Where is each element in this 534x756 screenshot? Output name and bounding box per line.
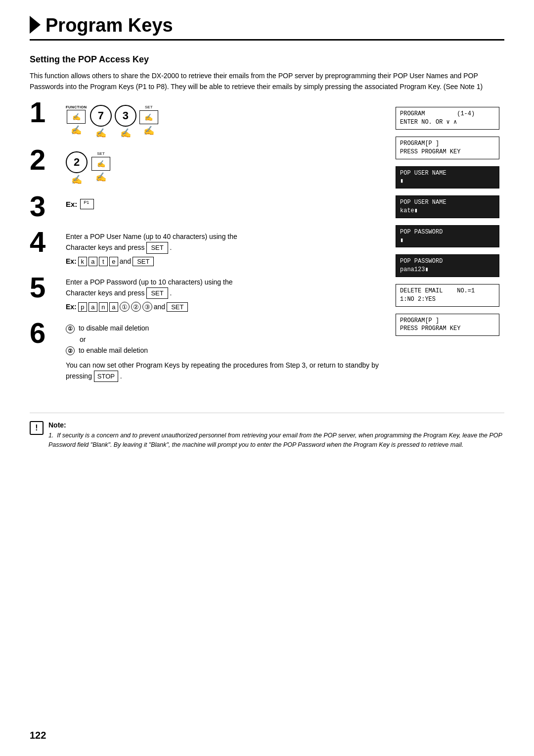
char-1c: ① xyxy=(120,302,130,312)
step-5-text: Enter a POP Password (up to 10 character… xyxy=(66,277,381,299)
ex-label-3: Ex: xyxy=(66,200,77,208)
lcd-7: DELETE EMAIL NO.=1 1:NO 2:YES xyxy=(396,284,499,307)
set-rect-1: ✍ xyxy=(139,110,158,124)
note-title: Note: xyxy=(48,421,504,429)
lcd-8-line2: PRESS PROGRAM KEY xyxy=(400,325,495,333)
option1-text: to disable mail deletion xyxy=(79,324,149,332)
step-3-ex: Ex: P1 xyxy=(66,199,381,209)
lcd-2-line1: PROGRAM[P ] xyxy=(400,140,495,148)
option2-text: to enable mail deletion xyxy=(79,346,148,354)
step-3-row: 3 Ex: P1 xyxy=(30,196,381,221)
lcd-3-line1: POP USER NAME xyxy=(400,169,495,178)
lcd-4-line1: POP USER NAME xyxy=(400,198,495,207)
section-title: Setting the POP Access Key xyxy=(30,54,504,65)
key-set-1: SET ✍ ✍ xyxy=(139,105,158,136)
step-6-number: 6 xyxy=(30,319,57,347)
page-number: 122 xyxy=(30,730,46,741)
lcd-7-line1: DELETE EMAIL NO.=1 xyxy=(400,287,495,295)
step-6-row: 6 ① to disable mail deletion or ② to ena… xyxy=(30,323,381,382)
header-triangle-icon xyxy=(30,16,41,34)
step-6-option1: ① to disable mail deletion xyxy=(66,323,381,333)
step-2-number: 2 xyxy=(30,145,57,174)
note-item-1: 1. If security is a concern and to preve… xyxy=(48,431,504,450)
set-box-5: SET xyxy=(146,287,168,299)
stop-box: STOP xyxy=(94,371,118,382)
page-title: Program Keys xyxy=(45,15,173,36)
set-box-5b: SET xyxy=(167,302,188,312)
steps-left: 1 FUNCTION ✍ ✍ 7 xyxy=(30,102,396,393)
lcd-1-line1: PROGRAM (1-4) xyxy=(400,110,495,118)
ex-label-5: Ex: xyxy=(66,303,77,311)
lcd-8: PROGRAM[P ] PRESS PROGRAM KEY xyxy=(396,314,499,336)
set-hand-2: ✍ xyxy=(95,172,106,183)
lcd-1-line2: ENTER NO. OR ∨ ∧ xyxy=(400,118,495,127)
step-4-ex: Ex: k a t e and SET xyxy=(66,257,381,266)
char-a2: a xyxy=(89,302,97,312)
lcd-5-line1: POP PASSWORD xyxy=(400,228,495,236)
step-6-or: or xyxy=(80,334,381,345)
char-2c: ② xyxy=(131,302,141,312)
step-6-options: ① to disable mail deletion or ② to enabl… xyxy=(66,323,381,382)
key-2-circle: 2 xyxy=(66,151,88,173)
step-5-content: Enter a POP Password (up to 10 character… xyxy=(66,277,381,312)
set-rect-2: ✍ xyxy=(91,157,110,171)
char-p: p xyxy=(78,302,87,312)
step-4-number: 4 xyxy=(30,228,57,256)
lcd-7-line2: 1:NO 2:YES xyxy=(400,295,495,304)
lcd-1: PROGRAM (1-4) ENTER NO. OR ∨ ∧ xyxy=(396,107,499,130)
step-1-keys: FUNCTION ✍ ✍ 7 ✍ 3 xyxy=(66,105,381,139)
circle-1: ① xyxy=(66,325,75,333)
step-5-ex: Ex: p a n a ① ② ③ and SET xyxy=(66,302,381,312)
and-text-5: and xyxy=(154,303,165,311)
lcd-displays: PROGRAM (1-4) ENTER NO. OR ∨ ∧ PROGRAM[P… xyxy=(396,102,504,393)
page-header: Program Keys xyxy=(30,15,504,41)
step-6-option2: ② to enable mail deletion xyxy=(66,345,381,356)
lcd-6: POP PASSWORD pana123▮ xyxy=(396,254,499,277)
lcd-3-line2: ▮ xyxy=(400,177,495,186)
key-3-hand: ✍ xyxy=(120,128,131,139)
char-3c: ③ xyxy=(142,302,152,312)
key-set-2: SET ✍ ✍ xyxy=(91,151,110,183)
step-6-para: You can now set other Program Keys by re… xyxy=(66,360,381,382)
key-7: 7 ✍ xyxy=(90,105,112,139)
lcd-3: POP USER NAME ▮ xyxy=(396,166,499,189)
char-a: a xyxy=(89,257,97,266)
step-5-number: 5 xyxy=(30,273,57,302)
function-label: FUNCTION xyxy=(66,105,87,109)
key-3-circle: 3 xyxy=(115,105,136,127)
lcd-4-line2: kate▮ xyxy=(400,207,495,215)
function-hand: ✍ xyxy=(71,125,82,136)
step-6-content: ① to disable mail deletion or ② to enabl… xyxy=(66,323,381,382)
function-key: FUNCTION ✍ ✍ xyxy=(66,105,87,136)
set-box-4: SET xyxy=(146,242,168,254)
lcd-5-line2: ▮ xyxy=(400,236,495,245)
and-text-4: and xyxy=(120,257,131,265)
step-2-row: 2 2 ✍ SET ✍ ✍ xyxy=(30,149,381,185)
lcd-6-line2: pana123▮ xyxy=(400,266,495,274)
char-k: k xyxy=(78,257,87,266)
function-rect: ✍ xyxy=(67,110,86,124)
step-4-text: Enter a POP User Name (up to 40 characte… xyxy=(66,232,381,254)
char-a3: a xyxy=(109,302,118,312)
note-section: ! Note: 1. If security is a concern and … xyxy=(30,413,504,450)
ex-label-4: Ex: xyxy=(66,257,77,265)
set-label-1: SET xyxy=(145,105,153,109)
key-7-hand: ✍ xyxy=(95,128,106,139)
lcd-2: PROGRAM[P ] PRESS PROGRAM KEY xyxy=(396,137,499,159)
steps-area: 1 FUNCTION ✍ ✍ 7 xyxy=(30,102,504,393)
lcd-2-line2: PRESS PROGRAM KEY xyxy=(400,148,495,156)
step-2-keys: 2 ✍ SET ✍ ✍ xyxy=(66,151,381,185)
key-7-circle: 7 xyxy=(90,105,112,127)
step-1-content: FUNCTION ✍ ✍ 7 ✍ 3 xyxy=(66,102,381,139)
step-4-row: 4 Enter a POP User Name (up to 40 charac… xyxy=(30,232,381,266)
note-icon: ! xyxy=(30,421,44,435)
intro-text: This function allows others to share the… xyxy=(30,71,494,92)
circle-2: ② xyxy=(66,346,75,355)
step-3-content: Ex: P1 xyxy=(66,196,381,209)
lcd-5: POP PASSWORD ▮ xyxy=(396,225,499,248)
char-e: e xyxy=(109,257,118,266)
set-label-2: SET xyxy=(97,151,105,156)
step-2-content: 2 ✍ SET ✍ ✍ xyxy=(66,149,381,185)
step-3-number: 3 xyxy=(30,192,57,221)
ex-box-p1: P1 xyxy=(80,199,94,209)
